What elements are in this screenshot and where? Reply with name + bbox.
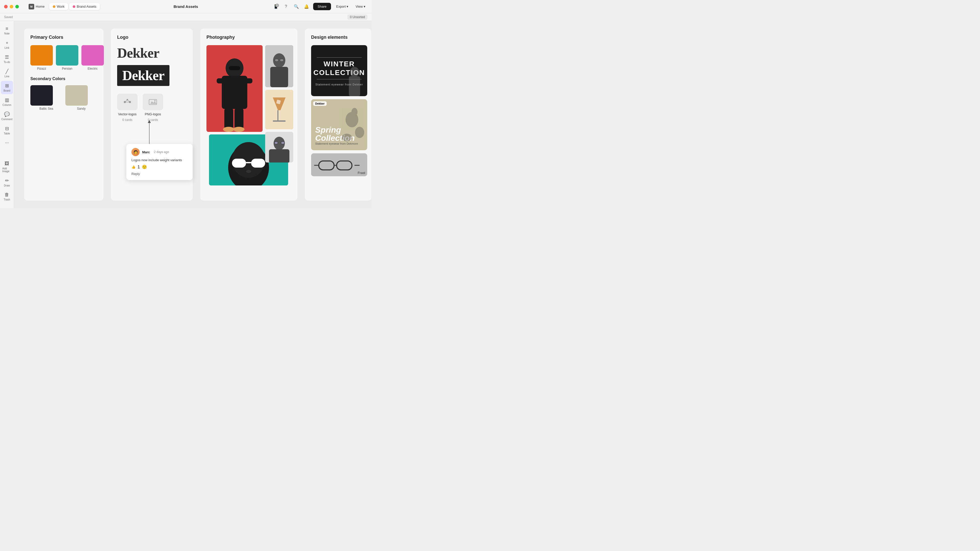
comment-avatar: 🧑 xyxy=(131,148,140,156)
sidebar-item-todo[interactable]: ☰ To-do xyxy=(1,52,13,65)
more-icon: ··· xyxy=(5,140,9,145)
winter-card-line-top xyxy=(317,57,362,58)
svg-rect-30 xyxy=(232,159,246,168)
export-button[interactable]: Export ▾ xyxy=(334,3,350,10)
reaction-add-icon[interactable]: 🙂 xyxy=(142,165,147,169)
color-swatch-baltic[interactable]: Baltic Sea xyxy=(30,85,62,110)
minimize-button[interactable] xyxy=(10,5,13,8)
maximize-button[interactable] xyxy=(15,5,19,8)
svg-rect-15 xyxy=(234,108,243,129)
draw-icon: ✏ xyxy=(5,178,9,183)
tab-brand-assets[interactable]: Brand Assets xyxy=(69,3,100,10)
sidebar-item-column[interactable]: ▥ Column xyxy=(1,95,13,108)
header-actions: 📱 0 ? 🔍 🔔 Share Export ▾ View ▾ xyxy=(272,3,368,10)
sidebar-item-link[interactable]: ⚬ Link xyxy=(1,38,13,51)
svg-rect-21 xyxy=(275,59,278,62)
search-icon[interactable]: 🔍 xyxy=(293,3,300,10)
persian-swatch xyxy=(56,45,78,65)
design-card-spring: Dekker SpringCollection Statement eyewea… xyxy=(311,99,367,150)
notification-badge: 0 xyxy=(275,3,279,7)
share-button[interactable]: Share xyxy=(313,3,331,10)
comment-time: 2 days ago xyxy=(154,150,169,154)
canvas-area: Primary Colors Pizazz Persian Electric xyxy=(14,21,372,208)
tab-home[interactable]: M Home xyxy=(25,2,48,11)
comment-reply-button[interactable]: Reply xyxy=(131,172,140,176)
baltic-swatch xyxy=(30,85,53,106)
vector-logos-icon xyxy=(117,94,138,110)
color-swatch-persian[interactable]: Persian xyxy=(56,45,78,70)
sidebar-item-trash-label: Trash xyxy=(3,198,10,201)
line-icon: ╱ xyxy=(6,68,8,74)
sidebar-item-trash[interactable]: 🗑 Trash xyxy=(1,190,13,203)
sidebar-item-note[interactable]: ≡ Note xyxy=(1,24,13,37)
comment-bubble: 🧑 Marc 2 days ago Logos now include weig… xyxy=(126,144,192,180)
primary-color-grid: Pizazz Persian Electric xyxy=(30,45,97,70)
todo-icon: ☰ xyxy=(5,54,9,60)
sidebar-item-comment-label: Comment xyxy=(1,118,12,121)
pizazz-swatch xyxy=(30,45,53,65)
svg-point-44 xyxy=(352,108,358,116)
svg-rect-12 xyxy=(240,78,252,83)
logo-text-dark: Dekker xyxy=(117,65,169,86)
svg-rect-22 xyxy=(280,59,283,62)
saved-label: Saved xyxy=(4,15,13,19)
column-icon: ▥ xyxy=(5,97,9,103)
bell-icon[interactable]: 🔔 xyxy=(303,3,310,10)
design-elements-section: Design elements WINTERCOLLECTION Stateme… xyxy=(305,29,371,200)
link-icon: ⚬ xyxy=(5,40,9,46)
sidebar-item-draw-label: Draw xyxy=(4,184,10,187)
svg-rect-25 xyxy=(273,121,286,122)
sidebar-item-line[interactable]: ╱ Line xyxy=(1,67,13,80)
baltic-label: Baltic Sea xyxy=(30,107,62,110)
sidebar-item-add-image[interactable]: 🖼 Add Image xyxy=(1,159,13,175)
color-swatch-pizazz[interactable]: Pizazz xyxy=(30,45,53,70)
color-swatch-sandy[interactable]: Sandy xyxy=(65,85,97,110)
help-icon[interactable]: ? xyxy=(283,3,290,10)
close-button[interactable] xyxy=(4,5,8,8)
reaction-count: 1 xyxy=(138,165,140,169)
tab-work[interactable]: Work xyxy=(49,3,68,10)
color-swatch-electric[interactable]: Electric xyxy=(81,45,104,70)
board-icon: ⊞ xyxy=(5,83,9,89)
note-icon: ≡ xyxy=(6,26,8,32)
sidebar-item-table[interactable]: ⊟ Table xyxy=(1,124,13,137)
sections-row: Primary Colors Pizazz Persian Electric xyxy=(24,29,361,200)
comment-icon: 💬 xyxy=(4,111,10,117)
brand-dot-icon xyxy=(73,5,75,8)
sidebar-item-board[interactable]: ⊞ Board xyxy=(1,81,13,94)
page-title: Brand Assets xyxy=(173,4,198,9)
sidebar-item-table-label: Table xyxy=(4,132,10,135)
electric-label: Electric xyxy=(81,67,104,70)
pizazz-label: Pizazz xyxy=(30,67,53,70)
device-icon[interactable]: 📱 0 xyxy=(272,3,280,10)
photo-top-right xyxy=(265,45,293,87)
sidebar-item-comment[interactable]: 💬 Comment xyxy=(1,110,13,123)
home-icon: M xyxy=(29,4,34,10)
traffic-lights xyxy=(4,5,19,8)
table-icon: ⊟ xyxy=(5,126,9,131)
secondary-colors-title: Secondary Colors xyxy=(30,76,97,81)
view-button[interactable]: View ▾ xyxy=(353,3,368,10)
svg-rect-20 xyxy=(270,67,288,87)
add-image-icon: 🖼 xyxy=(5,161,9,166)
sidebar-item-draw[interactable]: ✏ Draw xyxy=(1,176,13,189)
titlebar: M Home Work Brand Assets Brand Assets 📱 … xyxy=(0,0,372,13)
unsorted-badge: 0 Unsorted xyxy=(347,14,368,20)
logo-file-png[interactable]: PNG-logos 0 cards xyxy=(143,94,163,122)
comment-header: 🧑 Marc 2 days ago xyxy=(131,148,188,156)
svg-point-17 xyxy=(233,127,245,132)
sidebar-bottom: 🖼 Add Image ✏ Draw 🗑 Trash xyxy=(1,159,13,205)
logo-file-vector[interactable]: Vector-logos 0 cards xyxy=(117,94,138,122)
logo-section: Logo Dekker Dekker xyxy=(111,29,192,200)
spring-dekker-label: Dekker xyxy=(313,101,327,106)
sidebar-item-link-label: Link xyxy=(5,46,9,49)
reaction-thumbsup: 👍 xyxy=(131,165,135,169)
secondary-color-grid: Baltic Sea Sandy xyxy=(30,85,97,110)
sidebar-item-more[interactable]: ··· xyxy=(1,138,13,148)
comment-reactions: 👍 1 🙂 xyxy=(131,165,188,169)
comment-author: Marc xyxy=(142,150,150,154)
svg-rect-37 xyxy=(274,141,278,144)
svg-rect-38 xyxy=(281,141,285,144)
design-card-fras: Frast xyxy=(311,153,367,176)
photo-glasses-small xyxy=(265,132,293,162)
